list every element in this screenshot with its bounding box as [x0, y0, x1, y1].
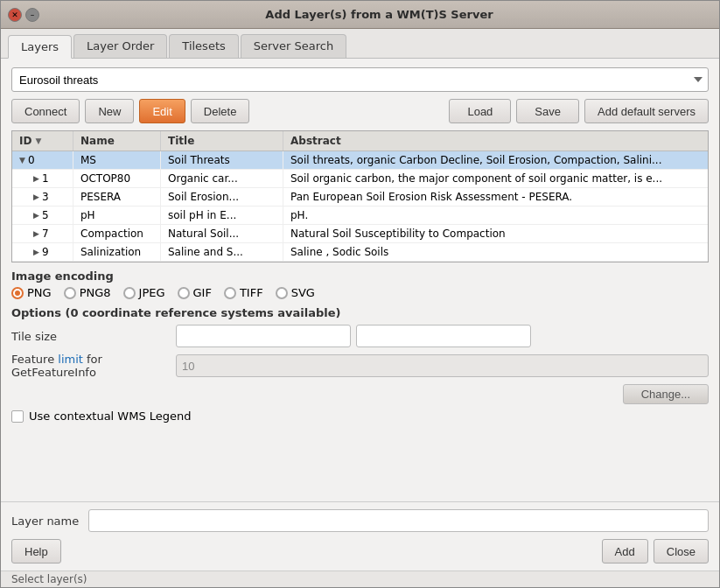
cell-name: Salinization [73, 243, 161, 261]
main-window: ✕ – Add Layer(s) from a WM(T)S Server La… [0, 0, 720, 588]
radio-circle [178, 287, 190, 299]
cell-name: PESERA [73, 188, 161, 206]
status-text: Select layer(s) [11, 573, 87, 585]
layer-name-input[interactable] [88, 509, 709, 532]
tile-size-label: Tile size [11, 330, 169, 343]
image-encoding-section: Image encoding PNG PNG8 JPEG GIF TIFF SV… [11, 270, 709, 299]
row-arrow[interactable]: ▶ [33, 248, 39, 256]
table-row[interactable]: ▶ 7 Compaction Natural Soil... Natural S… [12, 225, 708, 243]
window-controls: ✕ – [8, 8, 39, 22]
tab-server-search[interactable]: Server Search [241, 34, 346, 58]
cell-name: pH [73, 206, 161, 224]
tile-size-height-input[interactable] [356, 325, 531, 347]
radio-label: PNG8 [80, 286, 111, 299]
id-value: 9 [42, 246, 49, 258]
tab-layer-order[interactable]: Layer Order [73, 34, 167, 58]
col-name: Name [73, 131, 161, 150]
close-button[interactable]: Close [654, 539, 709, 564]
status-bar: Select layer(s) [1, 570, 719, 587]
toolbar: Connect New Edit Delete Load Save Add de… [11, 99, 709, 123]
tile-size-row: Tile size [11, 325, 709, 347]
tile-size-width-input[interactable] [176, 325, 351, 347]
server-row: Eurosoil threats [11, 67, 709, 92]
connect-button[interactable]: Connect [11, 99, 80, 123]
feature-limit-row: Feature limit for GetFeatureInfo [11, 353, 709, 379]
encoding-option-tiff[interactable]: TIFF [224, 286, 263, 299]
add-default-servers-button[interactable]: Add default servers [584, 99, 709, 123]
tab-layers[interactable]: Layers [8, 35, 72, 59]
new-button[interactable]: New [85, 99, 134, 123]
radio-label: JPEG [139, 286, 165, 299]
radio-circle [224, 287, 236, 299]
change-row: Change... [11, 384, 709, 404]
cell-title: Natural Soil... [161, 225, 283, 242]
close-window-button[interactable]: ✕ [8, 8, 22, 22]
cell-abstract: Natural Soil Susceptibility to Compactio… [283, 225, 708, 242]
help-button[interactable]: Help [11, 539, 61, 564]
cell-title: soil pH in E... [161, 206, 283, 224]
window-title: Add Layer(s) from a WM(T)S Server [46, 8, 712, 21]
change-button[interactable]: Change... [623, 384, 709, 404]
table-row[interactable]: ▶ 1 OCTOP80 Organic car... Soil organic … [12, 170, 708, 188]
cell-name: MS [73, 151, 161, 169]
encoding-option-gif[interactable]: GIF [178, 286, 212, 299]
cell-id: ▼ 0 [12, 151, 73, 169]
encoding-radio-group: PNG PNG8 JPEG GIF TIFF SVG [11, 286, 709, 299]
load-button[interactable]: Load [449, 99, 511, 123]
tab-content: Eurosoil threats Connect New Edit Delete… [1, 59, 719, 501]
cell-title: Soil Threats [161, 151, 283, 169]
table-header: ID ▼ Name Title Abstract [12, 131, 708, 151]
cell-abstract: pH. [283, 206, 708, 224]
table-row[interactable]: ▶ 9 Salinization Saline and S... Saline … [12, 243, 708, 262]
radio-label: GIF [193, 286, 212, 299]
encoding-option-svg[interactable]: SVG [276, 286, 315, 299]
table-row[interactable]: ▶ 5 pH soil pH in E... pH. [12, 206, 708, 225]
col-abstract: Abstract [283, 131, 708, 150]
save-button[interactable]: Save [516, 99, 579, 123]
table-row[interactable]: ▼ 0 MS Soil Threats Soil threats, organi… [12, 151, 708, 170]
cell-id: ▶ 3 [12, 188, 73, 206]
cell-title: Saline and S... [161, 243, 283, 261]
cell-abstract: Saline , Sodic Soils [283, 243, 708, 261]
image-encoding-label: Image encoding [11, 270, 709, 283]
cell-abstract: Soil threats, organic Carbon Decline, So… [283, 151, 708, 169]
radio-circle [64, 287, 76, 299]
row-arrow[interactable]: ▶ [33, 192, 39, 201]
row-arrow[interactable]: ▶ [33, 211, 39, 220]
minimize-button[interactable]: – [25, 8, 39, 22]
cell-name: Compaction [73, 225, 161, 242]
encoding-option-jpeg[interactable]: JPEG [123, 286, 165, 299]
row-arrow[interactable]: ▼ [19, 156, 25, 164]
use-legend-label: Use contextual WMS Legend [29, 410, 192, 423]
add-button[interactable]: Add [602, 539, 648, 564]
bottom-section: Layer name Help Add Close [1, 501, 719, 570]
col-title: Title [161, 131, 283, 150]
radio-dot [15, 290, 20, 296]
edit-button[interactable]: Edit [139, 99, 185, 123]
cell-id: ▶ 1 [12, 170, 73, 187]
cell-id: ▶ 9 [12, 243, 73, 261]
cell-abstract: Pan European Soil Erosion Risk Assessmen… [283, 188, 708, 206]
feature-limit-label: Feature limit for GetFeatureInfo [11, 353, 169, 379]
options-section: Options (0 coordinate reference systems … [11, 306, 709, 423]
radio-label: SVG [291, 286, 315, 299]
encoding-option-png[interactable]: PNG [11, 286, 52, 299]
cell-abstract: Soil organic carbon, the major component… [283, 170, 708, 187]
title-bar: ✕ – Add Layer(s) from a WM(T)S Server [1, 1, 719, 29]
use-legend-checkbox[interactable] [11, 410, 24, 423]
row-arrow[interactable]: ▶ [33, 174, 39, 183]
id-value: 5 [42, 209, 49, 221]
tab-tilesets[interactable]: Tilesets [169, 34, 238, 58]
table-body: ▼ 0 MS Soil Threats Soil threats, organi… [12, 151, 708, 262]
cell-name: OCTOP80 [73, 170, 161, 187]
bottom-buttons: Help Add Close [11, 539, 709, 564]
delete-button[interactable]: Delete [191, 99, 250, 123]
use-legend-row: Use contextual WMS Legend [11, 410, 709, 423]
encoding-option-png8[interactable]: PNG8 [64, 286, 111, 299]
feature-limit-input [176, 354, 709, 377]
radio-label: TIFF [240, 286, 263, 299]
server-select[interactable]: Eurosoil threats [11, 67, 709, 92]
table-row[interactable]: ▶ 3 PESERA Soil Erosion... Pan European … [12, 188, 708, 206]
sort-arrow-id: ▼ [35, 136, 41, 145]
row-arrow[interactable]: ▶ [33, 229, 39, 238]
